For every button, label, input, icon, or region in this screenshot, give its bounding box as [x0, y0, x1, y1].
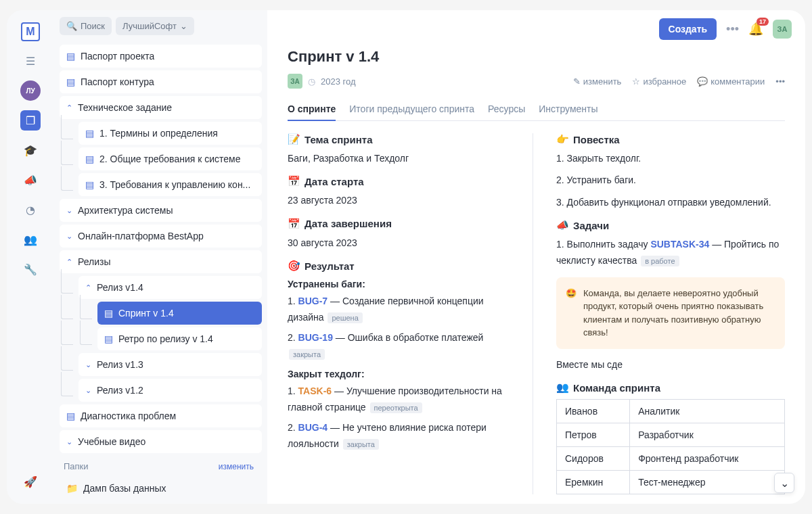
app-logo[interactable]: M: [21, 22, 40, 41]
tree-doc[interactable]: ▤1. Термины и определения: [78, 122, 262, 145]
tree-item-label: 2. Общие требования к системе: [99, 154, 241, 164]
end-body: 30 августа 2023: [288, 235, 516, 250]
doc-icon: ▤: [66, 411, 75, 421]
tree-folder[interactable]: ⌄Онлайн-платформа BestApp: [60, 225, 262, 248]
settings-icon[interactable]: 🔧: [20, 259, 41, 279]
issue-line: 2. BUG-19 — Ошибка в обработке платежей …: [288, 330, 516, 363]
pencil-icon: ✎: [573, 76, 581, 87]
calendar-icon: 📅: [288, 175, 300, 187]
left-rail: M ☰ ЛУ ❐ 🎓 📣 ◔ 👥 🔧 🚀: [7, 10, 54, 504]
doc-icon: ▤: [85, 154, 94, 164]
issue-line: 1. BUG-7 — Создание первичной концепции …: [288, 294, 516, 326]
announce-icon[interactable]: 📣: [20, 170, 41, 190]
issue-link[interactable]: TASK-6: [298, 386, 332, 396]
doc-icon: ▤: [66, 51, 75, 62]
docs-icon[interactable]: ❐: [20, 110, 41, 131]
topbar: Создать ••• 🔔 17 ЗА: [267, 10, 805, 48]
rocket-icon[interactable]: 🚀: [20, 471, 41, 492]
tree-folder[interactable]: ⌄Архитектура системы: [60, 199, 262, 222]
agenda-item: 3. Добавить функционал отправки уведомле…: [556, 195, 785, 210]
theme-body: Баги, Разработка и Техдолг: [288, 151, 516, 166]
page-meta: ЗА ◷ 2023 год ✎изменить ☆избранное 💬комм…: [288, 74, 785, 89]
table-cell: Разработчик: [630, 423, 785, 447]
bell-icon[interactable]: 🔔 17: [748, 22, 763, 37]
doc-icon: ▤: [104, 308, 113, 319]
team-icon[interactable]: 👥: [20, 229, 41, 250]
tree-item-label: Релизы: [78, 256, 111, 267]
right-column: 👉Повестка 1. Закрыть техдолг.2. Устранит…: [554, 133, 785, 494]
chevron-icon: ⌄: [85, 386, 91, 395]
workspace-avatar[interactable]: ЛУ: [20, 80, 41, 101]
table-cell: Фронтенд разработчик: [630, 447, 785, 471]
tab-0[interactable]: О спринте: [288, 98, 336, 121]
status-badge: переоткрыта: [370, 402, 422, 413]
team-table: ИвановАналитикПетровРазработчикСидоровФр…: [556, 399, 785, 494]
tree-item-label: Архитектура системы: [78, 205, 173, 216]
issue-line: 2. BUG-4 — Не учтено влияние риска потер…: [288, 420, 516, 452]
page-more-icon[interactable]: •••: [775, 76, 785, 87]
chevron-icon: ⌄: [66, 438, 72, 446]
folder-icon: 📁: [66, 483, 78, 494]
point-icon: 👉: [556, 133, 569, 145]
tab-1[interactable]: Итоги предыдущего спринта: [349, 98, 474, 121]
edit-action[interactable]: ✎изменить: [573, 76, 622, 87]
learn-icon[interactable]: 🎓: [20, 140, 41, 160]
scroll-down-button[interactable]: ⌄: [774, 473, 794, 493]
doc-icon: ▤: [104, 333, 113, 344]
table-row: ИвановАналитик: [557, 400, 785, 423]
table-cell: Петров: [557, 423, 630, 447]
search-input[interactable]: 🔍 Поиск: [60, 17, 112, 35]
issue-link[interactable]: BUG-4: [298, 422, 328, 433]
chevron-icon: ⌄: [66, 206, 72, 215]
doc-icon: ▤: [66, 76, 75, 87]
chevron-icon: ⌄: [66, 232, 72, 241]
debt-subheading: Закрыт техдолг:: [288, 369, 516, 379]
table-row: ПетровРазработчик: [557, 423, 785, 447]
tree-doc[interactable]: ▤Спринт v 1.4: [97, 302, 262, 325]
menu-icon[interactable]: ☰: [20, 51, 41, 71]
tree-item-label: Паспорт проекта: [81, 51, 154, 62]
tree-item-label: Ретро по релизу v 1.4: [118, 333, 213, 344]
author-avatar[interactable]: ЗА: [288, 74, 302, 89]
tree-folder[interactable]: ⌄Учебные видео: [60, 430, 262, 453]
tree-doc[interactable]: ▤Паспорт контура: [60, 70, 262, 93]
folders-edit-link[interactable]: изменить: [219, 462, 254, 471]
issue-link[interactable]: BUG-7: [298, 296, 328, 306]
table-cell: Сидоров: [557, 447, 630, 471]
document-tree: ▤Паспорт проекта▤Паспорт контура⌃Техниче…: [54, 42, 267, 504]
calendar-icon: 📅: [288, 218, 300, 230]
memo-icon: 📝: [288, 133, 300, 145]
tree-folder[interactable]: ⌃Техническое задание: [60, 96, 262, 119]
chart-icon[interactable]: ◔: [20, 200, 41, 220]
tree-folder[interactable]: ⌄Релиз v1.3: [78, 353, 262, 376]
result-heading: 🎯Результат: [288, 260, 516, 272]
tree-doc[interactable]: ▤Диагностика проблем: [60, 404, 262, 427]
favorite-action[interactable]: ☆избранное: [632, 76, 686, 87]
comments-action[interactable]: 💬комментарии: [697, 76, 765, 87]
tree-doc[interactable]: ▤2. Общие требования к системе: [78, 147, 262, 170]
tree-doc[interactable]: ▤3. Требования к управлению кон...: [78, 173, 262, 196]
table-cell: Тест-менеджер: [630, 471, 785, 494]
tree-folder[interactable]: ⌃Релизы: [60, 250, 262, 273]
issue-line: 1. TASK-6 — Улучшение производительности…: [288, 383, 516, 416]
status-badge: решена: [328, 312, 362, 323]
task-link[interactable]: SUBTASK-34: [650, 239, 709, 250]
user-avatar[interactable]: ЗА: [773, 20, 792, 39]
issue-link[interactable]: BUG-19: [298, 332, 333, 343]
tree-folder[interactable]: ⌄Релиз v1.2: [78, 379, 262, 402]
more-icon[interactable]: •••: [726, 22, 739, 37]
tree-folder[interactable]: ⌃Релиз v1.4: [78, 276, 262, 299]
tab-3[interactable]: Инструменты: [539, 98, 597, 121]
tree-item-label: Техническое задание: [78, 102, 172, 113]
workspace-selector[interactable]: ЛучшийСофт ⌄: [116, 17, 194, 35]
folder-item[interactable]: 📁Дамп базы данных: [60, 477, 262, 500]
tab-2[interactable]: Ресурсы: [488, 98, 525, 121]
search-icon: 🔍: [66, 21, 77, 31]
chevron-icon: ⌃: [85, 283, 91, 292]
status-badge: в работе: [641, 256, 679, 266]
create-button[interactable]: Создать: [659, 18, 717, 40]
tree-item-label: Паспорт контура: [81, 76, 154, 87]
tree-doc[interactable]: ▤Паспорт проекта: [60, 45, 262, 68]
agenda-item: 2. Устранить баги.: [556, 172, 785, 187]
tree-doc[interactable]: ▤Ретро по релизу v 1.4: [97, 327, 262, 350]
